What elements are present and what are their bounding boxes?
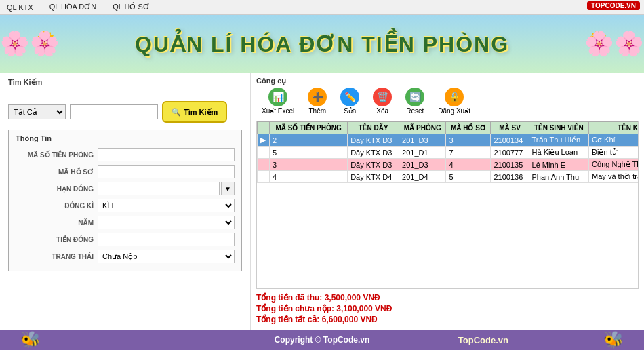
han-dong-date-wrapper: ▼ (98, 182, 235, 195)
data-table: MÃ SỐ TIỀN PHÒNG TÊN DÃY MÃ PHÒNG MÃ HỒ … (257, 121, 639, 183)
input-ma-ho-so[interactable] (98, 165, 235, 178)
label-trang-thai: TRANG THÁI (16, 253, 94, 260)
form-row-tien-dong: TIỀN ĐÓNG (16, 233, 235, 246)
summary-tat-ca: Tổng tiền tất cả: 6,600,000 VNĐ (256, 315, 639, 324)
toolbar: 📊 Xuất Excel ➕ Thêm ✏️ Sửa 🗑️ Xóa 🔄 (256, 85, 476, 117)
toolbar-label: Công cụ (256, 77, 286, 85)
col-selector (258, 122, 270, 134)
page-title: QUẢN LÍ HÓA ĐƠN TIỀN PHÒNG (135, 31, 509, 57)
excel-icon: 📊 (268, 88, 287, 106)
table-row[interactable]: 5Dãy KTX D3201_D172100777Hà Kiều LoanĐiệ… (258, 147, 639, 159)
menu-ql-ho-so[interactable]: QL HỒ SƠ (110, 1, 153, 13)
input-han-dong[interactable] (98, 182, 220, 195)
select-dong-ki[interactable]: KÌ I KÌ II (98, 199, 235, 212)
edit-icon: ✏️ (340, 88, 359, 106)
label-ma-so-tien-phong: MÃ SỐ TIỀN PHÒNG (16, 151, 94, 159)
col-ten-day: TÊN DÃY (348, 122, 399, 134)
xuat-excel-button[interactable]: 📊 Xuất Excel (256, 85, 300, 117)
summary: Tổng tiền đã thu: 3,500,000 VNĐ Tổng tiề… (256, 293, 639, 326)
summary-da-thu: Tổng tiền đã thu: 3,500,000 VNĐ (256, 293, 639, 303)
dang-xuat-label: Đăng Xuất (438, 107, 470, 115)
reset-label: Reset (406, 107, 424, 115)
form-row-ma-so-tien-phong: MÃ SỐ TIỀN PHÒNG (16, 148, 235, 161)
logout-icon: 🔓 (445, 88, 464, 106)
search-input[interactable] (70, 104, 158, 119)
col-ma-phong: MÃ PHÒNG (399, 122, 446, 134)
brand-text: TopCode.vn (458, 335, 508, 345)
topcode-logo: TOPCODE.VN (587, 1, 640, 10)
flower-right-icon: 🌸🌸 (584, 30, 644, 58)
form-row-han-dong: HẠN ĐÓNG ▼ (16, 182, 235, 195)
label-han-dong: HẠN ĐÓNG (16, 185, 94, 193)
reset-button[interactable]: 🔄 Reset (400, 85, 430, 117)
form-row-dong-ki: ĐÓNG KÌ KÌ I KÌ II (16, 199, 235, 212)
bee-left-icon: 🐝 (20, 330, 41, 349)
data-table-wrapper: MÃ SỐ TIỀN PHÒNG TÊN DÃY MÃ PHÒNG MÃ HỒ … (256, 121, 639, 289)
left-panel: Tìm Kiếm Tất Cả Mã số tiền phòng Tên dãy… (0, 73, 251, 330)
label-ma-ho-so: MÃ HỒ SƠ (16, 168, 94, 176)
table-row[interactable]: 4Dãy KTX D4201_D452100136Phan Anh ThuMay… (258, 171, 639, 183)
menu-bar: QL KTX QL HÓA ĐƠN QL HỒ SƠ TOPCODE.VN (0, 0, 644, 15)
search-button[interactable]: 🔍 Tìm Kiếm (162, 101, 227, 123)
menu-ql-hoa-don[interactable]: QL HÓA ĐƠN (47, 1, 100, 13)
delete-icon: 🗑️ (373, 88, 392, 106)
header-banner: 🌸🌸 🌻 🌻 🌸🌸 QUẢN LÍ HÓA ĐƠN TIỀN PHÒNG (0, 15, 644, 73)
search-type-select[interactable]: Tất Cả Mã số tiền phòng Tên dãy Mã phòng (8, 104, 66, 119)
search-controls: Tất Cả Mã số tiền phòng Tên dãy Mã phòng… (8, 101, 242, 123)
them-label: Thêm (308, 107, 326, 115)
input-tien-dong[interactable] (98, 233, 235, 246)
label-nam: NĂM (16, 219, 94, 227)
info-section: Thông Tin MÃ SỐ TIỀN PHÒNG MÃ HỒ SƠ HẠN … (8, 130, 242, 271)
col-ma-ho-so: MÃ HỒ SƠ (446, 122, 491, 134)
col-ten-sinh-vien: TÊN SINH VIÊN (529, 122, 589, 134)
them-button[interactable]: ➕ Thêm (302, 85, 332, 117)
sua-label: Sửa (344, 107, 356, 115)
info-title: Thông Tin (16, 134, 235, 142)
select-nam[interactable] (98, 216, 235, 229)
footer: Copyright © TopCode.vn TopCode.vn 🐝 🐝 (0, 330, 644, 350)
copyright-text: Copyright © TopCode.vn (275, 335, 370, 345)
col-ma-sv: MÃ SV (491, 122, 529, 134)
xuat-excel-label: Xuất Excel (262, 107, 294, 115)
label-dong-ki: ĐÓNG KÌ (16, 202, 94, 210)
search-section: Tìm Kiếm Tất Cả Mã số tiền phòng Tên dãy… (8, 78, 242, 123)
xoa-button[interactable]: 🗑️ Xóa (367, 85, 397, 117)
date-picker-button[interactable]: ▼ (221, 182, 235, 195)
select-trang-thai[interactable]: Chưa Nộp Đã Nộp (98, 250, 235, 263)
toolbar-wrapper: Công cụ 📊 Xuất Excel ➕ Thêm ✏️ Sửa 🗑️ Xó… (256, 77, 639, 121)
right-panel: Công cụ 📊 Xuất Excel ➕ Thêm ✏️ Sửa 🗑️ Xó… (251, 73, 644, 330)
table-header-row: MÃ SỐ TIỀN PHÒNG TÊN DÃY MÃ PHÒNG MÃ HỒ … (258, 122, 639, 134)
xoa-label: Xóa (376, 107, 388, 115)
input-ma-so-tien-phong[interactable] (98, 148, 235, 161)
flower-left-icon: 🌸🌸 (0, 30, 60, 58)
reset-icon: 🔄 (405, 88, 424, 106)
add-icon: ➕ (308, 88, 327, 106)
form-row-ma-ho-so: MÃ HỒ SƠ (16, 165, 235, 178)
form-row-trang-thai: TRANG THÁI Chưa Nộp Đã Nộp (16, 250, 235, 263)
summary-chua-nop: Tổng tiền chưa nộp: 3,100,000 VNĐ (256, 304, 639, 313)
search-label: Tìm Kiếm (8, 78, 242, 87)
col-ma-so-tien-phong: MÃ SỐ TIỀN PHÒNG (270, 122, 348, 134)
table-row[interactable]: 3Dãy KTX D3201_D342100135Lê Minh ECông N… (258, 159, 639, 171)
sua-button[interactable]: ✏️ Sửa (335, 85, 365, 117)
main-content: Tìm Kiếm Tất Cả Mã số tiền phòng Tên dãy… (0, 73, 644, 330)
table-row[interactable]: ▶2Dãy KTX D3201_D332100134Trần Thu HiềnC… (258, 134, 639, 147)
form-row-nam: NĂM (16, 216, 235, 229)
col-ten-khoa: TÊN KHOA (589, 122, 639, 134)
dang-xuat-button[interactable]: 🔓 Đăng Xuất (432, 85, 476, 117)
bee-right-icon: 🐝 (603, 330, 624, 349)
search-icon: 🔍 (172, 108, 181, 117)
menu-ql-ktx[interactable]: QL KTX (4, 2, 36, 13)
label-tien-dong: TIỀN ĐÓNG (16, 236, 94, 244)
